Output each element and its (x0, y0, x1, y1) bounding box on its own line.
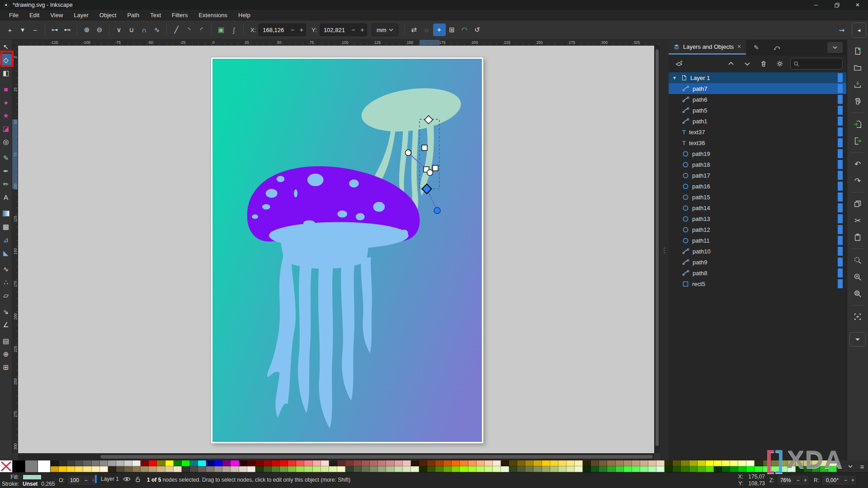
color-swatch[interactable] (698, 460, 706, 466)
stroke-width-value[interactable]: 0,265 (41, 481, 55, 487)
color-swatch[interactable] (124, 466, 132, 472)
color-swatch[interactable] (730, 466, 738, 472)
toolbar-delete-segment[interactable]: ⊖ (93, 23, 106, 36)
color-swatch[interactable] (75, 466, 83, 472)
color-swatch[interactable] (746, 460, 755, 466)
color-swatch[interactable] (92, 460, 100, 466)
color-swatch[interactable] (149, 466, 157, 472)
object-row-path16[interactable]: path16 (669, 181, 846, 192)
tweak-tool[interactable]: ∿ (0, 263, 12, 275)
toolbar-node-symmetric[interactable]: ∩ (138, 23, 151, 36)
object-color-tag[interactable] (838, 279, 843, 288)
color-swatch[interactable] (452, 460, 460, 466)
object-color-tag[interactable] (838, 225, 843, 234)
toolbar-next-path-effect[interactable]: ◌ (420, 23, 433, 36)
zoom-selection-button[interactable] (850, 253, 865, 267)
layer-lock-icon[interactable] (135, 476, 141, 483)
color-swatch[interactable] (247, 460, 255, 466)
menu-text[interactable]: Text (145, 11, 166, 19)
color-swatch[interactable] (542, 460, 550, 466)
color-swatch[interactable] (239, 466, 247, 472)
color-swatch[interactable] (435, 466, 443, 472)
object-row-path17[interactable]: path17 (669, 170, 846, 181)
toolbar-show-transform-handles[interactable]: ⊞ (446, 23, 458, 36)
color-swatch[interactable] (533, 466, 542, 472)
search-input[interactable] (801, 61, 837, 67)
color-swatch[interactable] (501, 466, 509, 472)
color-swatch[interactable] (738, 466, 746, 472)
palette-scroll-down[interactable] (845, 461, 855, 471)
color-swatch[interactable] (362, 460, 370, 466)
zoom-spinbox[interactable]: 76% − + (777, 475, 809, 486)
color-swatch[interactable] (771, 460, 779, 466)
object-color-tag[interactable] (838, 192, 843, 202)
color-swatch[interactable] (788, 460, 796, 466)
color-swatch[interactable] (329, 466, 337, 472)
vertical-scrollbar[interactable] (654, 46, 660, 453)
color-swatch[interactable] (558, 460, 566, 466)
color-swatch[interactable] (763, 460, 771, 466)
color-swatch[interactable] (321, 466, 329, 472)
palette-menu-icon[interactable]: ≡ (857, 461, 867, 471)
color-swatch[interactable] (796, 460, 804, 466)
expander-icon[interactable]: ▼ (672, 75, 678, 80)
color-swatch[interactable] (304, 460, 312, 466)
object-color-tag[interactable] (838, 106, 843, 115)
object-color-tag[interactable] (838, 149, 843, 158)
color-swatch[interactable] (141, 466, 149, 472)
menu-edit[interactable]: Edit (24, 11, 45, 19)
color-swatch[interactable] (714, 466, 722, 472)
color-swatch[interactable] (575, 460, 583, 466)
color-swatch[interactable] (632, 460, 640, 466)
pencil-tool[interactable]: ✎ (0, 152, 12, 164)
color-swatch[interactable] (59, 466, 67, 472)
window-minimize-button[interactable]: ─ (806, 0, 826, 10)
document-print-button[interactable] (850, 94, 865, 108)
color-swatch[interactable] (689, 460, 698, 466)
color-swatch[interactable] (214, 466, 222, 472)
object-row-path13[interactable]: path13 (669, 213, 846, 224)
rotation-spinbox[interactable]: 0,00° − + (821, 475, 857, 486)
duplicate-button[interactable] (850, 197, 865, 211)
object-row-text36[interactable]: Ttext36 (669, 137, 846, 148)
object-row-path1[interactable]: path1 (669, 116, 846, 127)
color-swatch[interactable] (370, 466, 378, 472)
shape-builder-tool[interactable]: ◧ (0, 67, 12, 79)
color-swatch[interactable] (493, 460, 501, 466)
connector-tool[interactable]: ⇘ (0, 305, 12, 317)
color-swatch[interactable] (345, 466, 354, 472)
toolbar-segment-curve[interactable]: ◝ (183, 23, 195, 36)
zoom-decrease[interactable]: − (794, 477, 802, 483)
color-swatch[interactable] (231, 466, 239, 472)
object-color-tag[interactable] (838, 95, 843, 104)
color-swatch[interactable] (222, 460, 231, 466)
y-coordinate-decrease[interactable]: − (349, 26, 358, 33)
color-swatch[interactable] (591, 460, 599, 466)
object-row-path5[interactable]: path5 (669, 105, 846, 116)
color-swatch[interactable] (755, 466, 763, 472)
color-swatch[interactable] (517, 460, 525, 466)
color-swatch[interactable] (566, 466, 575, 472)
calligraphy-tool[interactable]: ✏ (0, 178, 12, 190)
color-swatch[interactable] (443, 460, 452, 466)
menu-filters[interactable]: Filters (166, 11, 193, 19)
y-coordinate-value[interactable]: 102,821 (320, 27, 349, 33)
snapping-toggle-icon[interactable]: ⇝ (835, 24, 848, 37)
color-swatch[interactable] (149, 460, 157, 466)
color-swatch[interactable] (403, 466, 411, 472)
y-coordinate-increase[interactable]: + (358, 26, 367, 33)
settings-gear-button[interactable] (773, 57, 787, 70)
color-swatch[interactable] (67, 466, 75, 472)
object-row-path6[interactable]: path6 (669, 94, 846, 105)
color-swatch[interactable] (83, 466, 91, 472)
color-swatch[interactable] (452, 466, 460, 472)
object-row-path18[interactable]: path18 (669, 159, 846, 170)
window-restore-button[interactable] (826, 0, 847, 10)
color-swatch[interactable] (419, 460, 427, 466)
color-swatch[interactable] (108, 466, 116, 472)
color-swatch[interactable] (730, 460, 738, 466)
color-swatch[interactable] (722, 466, 730, 472)
fill-stroke-indicator[interactable]: Fill: Stroke: Unset 0,265 (1, 474, 55, 487)
window-close-button[interactable]: ✕ (847, 0, 868, 10)
toolbar-show-bezier-handles[interactable]: ⌖ (433, 23, 446, 36)
